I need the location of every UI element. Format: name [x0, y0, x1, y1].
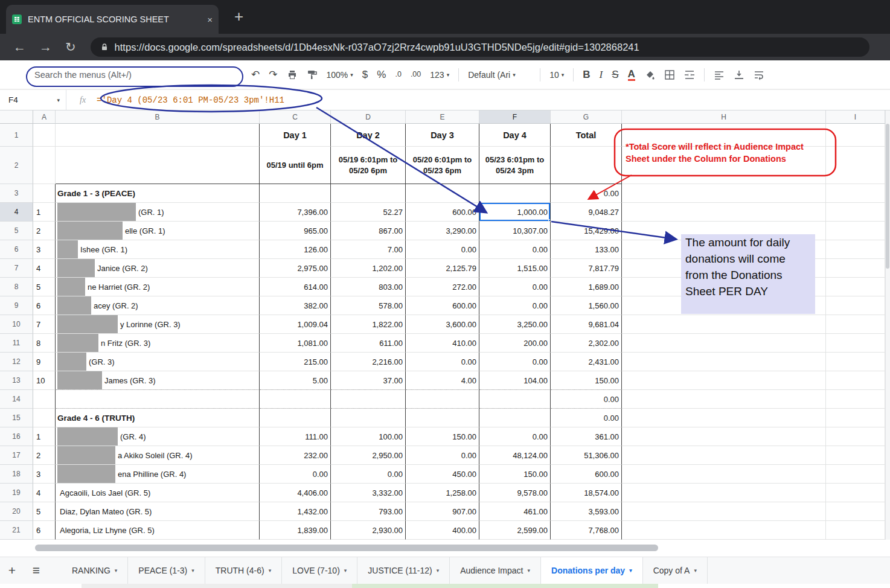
cell-F17[interactable]: 48,124.00: [479, 446, 551, 465]
cell-F8[interactable]: 0.00: [479, 278, 551, 296]
cell-I15[interactable]: [826, 409, 885, 427]
cell-I14[interactable]: [826, 390, 885, 409]
cell-G17[interactable]: 51,306.00: [551, 446, 622, 465]
cell-I4[interactable]: [826, 203, 885, 222]
sheet-tab-copy-of-a[interactable]: Copy of A▾: [643, 557, 708, 584]
cell-F14[interactable]: [479, 390, 551, 409]
fill-handle[interactable]: [548, 219, 551, 222]
cell-F9[interactable]: 0.00: [479, 296, 551, 315]
cell-H11[interactable]: [622, 334, 826, 353]
cell-C14[interactable]: [260, 390, 331, 409]
cell-F5[interactable]: 10,307.00: [479, 222, 551, 240]
row-header-10[interactable]: 10: [0, 315, 33, 334]
redo-icon[interactable]: ↷: [269, 69, 277, 80]
cell-C19[interactable]: 4,406.00: [260, 484, 331, 502]
cell-C13[interactable]: 5.00: [260, 371, 331, 390]
row-header-15[interactable]: 15: [0, 409, 33, 427]
cell-F12[interactable]: 0.00: [479, 353, 551, 371]
cell-A20[interactable]: 5: [33, 502, 56, 521]
all-sheets-icon[interactable]: ≡: [24, 557, 48, 584]
cell-H10[interactable]: [622, 315, 826, 334]
cell-A4[interactable]: 1: [33, 203, 56, 222]
cell-B13[interactable]: James (GR. 3): [56, 371, 260, 390]
cell-I8[interactable]: [826, 278, 885, 296]
cell-F20[interactable]: 461.00: [479, 502, 551, 521]
sheet-tab-justice-11-12[interactable]: JUSTICE (11-12)▾: [357, 557, 450, 584]
column-header-E[interactable]: E: [406, 110, 479, 124]
cell-C6[interactable]: 126.00: [260, 240, 331, 259]
cell-B16[interactable]: (GR. 4): [56, 427, 260, 446]
horizontal-align-icon[interactable]: [714, 69, 725, 80]
cell-E19[interactable]: 1,258.00: [406, 484, 479, 502]
column-header-B[interactable]: B: [56, 110, 260, 124]
cell-I13[interactable]: [826, 371, 885, 390]
row-header-16[interactable]: 16: [0, 427, 33, 446]
sheet-tab-audience-impact[interactable]: Audience Impact▾: [450, 557, 541, 584]
cell-G18[interactable]: 600.00: [551, 465, 622, 484]
cell-E13[interactable]: 4.00: [406, 371, 479, 390]
cell-B19[interactable]: Agcaoili, Lois Jael (GR. 5): [56, 484, 260, 502]
cell-F4[interactable]: 1,000.00: [479, 203, 551, 222]
cell-F2[interactable]: 05/23 6:01pm to 05/24 3pm: [479, 147, 551, 184]
cell-B15[interactable]: Grade 4 - 6 (TRUTH): [56, 409, 260, 427]
vertical-align-icon[interactable]: [734, 69, 744, 80]
sheet-tab-donations-per-day[interactable]: Donations per day▾: [541, 557, 643, 584]
cell-B9[interactable]: acey (GR. 2): [56, 296, 260, 315]
cell-A8[interactable]: 5: [33, 278, 56, 296]
cell-I11[interactable]: [826, 334, 885, 353]
cell-E11[interactable]: 410.00: [406, 334, 479, 353]
cell-I21[interactable]: [826, 521, 885, 540]
paint-format-icon[interactable]: [307, 69, 318, 80]
row-header-4[interactable]: 4: [0, 203, 33, 222]
column-header-F[interactable]: F: [479, 110, 551, 124]
cell-D15[interactable]: [331, 409, 406, 427]
cell-E2[interactable]: 05/20 6:01pm to 05/23 6pm: [406, 147, 479, 184]
chevron-down-icon[interactable]: ▾: [344, 567, 347, 574]
cell-B7[interactable]: Janice (GR. 2): [56, 259, 260, 278]
cell-G9[interactable]: 1,560.00: [551, 296, 622, 315]
cell-E3[interactable]: [406, 184, 479, 203]
cell-C9[interactable]: 382.00: [260, 296, 331, 315]
cell-I9[interactable]: [826, 296, 885, 315]
strikethrough-button[interactable]: S: [612, 69, 618, 80]
cell-I3[interactable]: [826, 184, 885, 203]
cell-B18[interactable]: ena Philline (GR. 4): [56, 465, 260, 484]
cell-F16[interactable]: 0.00: [479, 427, 551, 446]
cell-D19[interactable]: 3,332.00: [331, 484, 406, 502]
formula-input[interactable]: ='Day 4 (05/23 6:01 PM-05/23 3pm'!H11: [97, 95, 284, 105]
row-header-3[interactable]: 3: [0, 184, 33, 203]
cell-B11[interactable]: n Fritz (GR. 3): [56, 334, 260, 353]
cell-A6[interactable]: 3: [33, 240, 56, 259]
cell-A11[interactable]: 8: [33, 334, 56, 353]
column-header-D[interactable]: D: [331, 110, 406, 124]
cell-I7[interactable]: [826, 259, 885, 278]
percent-format-button[interactable]: %: [377, 69, 386, 80]
cell-I20[interactable]: [826, 502, 885, 521]
cell-F15[interactable]: [479, 409, 551, 427]
cell-B6[interactable]: Ishee (GR. 1): [56, 240, 260, 259]
row-header-9[interactable]: 9: [0, 296, 33, 315]
row-header-18[interactable]: 18: [0, 465, 33, 484]
row-header-7[interactable]: 7: [0, 259, 33, 278]
cell-D6[interactable]: 7.00: [331, 240, 406, 259]
new-tab-button[interactable]: +: [234, 8, 243, 24]
add-sheet-button[interactable]: +: [0, 557, 24, 584]
cell-D10[interactable]: 1,822.00: [331, 315, 406, 334]
cell-B14[interactable]: [56, 390, 260, 409]
cell-E16[interactable]: 150.00: [406, 427, 479, 446]
cell-F1[interactable]: Day 4: [479, 124, 551, 147]
cell-C16[interactable]: 111.00: [260, 427, 331, 446]
row-header-5[interactable]: 5: [0, 222, 33, 240]
cell-E5[interactable]: 3,290.00: [406, 222, 479, 240]
cell-D17[interactable]: 2,950.00: [331, 446, 406, 465]
font-size-select[interactable]: 10▾: [549, 70, 564, 80]
cell-E14[interactable]: [406, 390, 479, 409]
cell-B10[interactable]: y Lorinne (GR. 3): [56, 315, 260, 334]
cell-A17[interactable]: 2: [33, 446, 56, 465]
cell-F6[interactable]: 0.00: [479, 240, 551, 259]
cell-D5[interactable]: 867.00: [331, 222, 406, 240]
cell-G7[interactable]: 7,817.79: [551, 259, 622, 278]
cell-B21[interactable]: Alegoria, Liz Lhyne (GR. 5): [56, 521, 260, 540]
cell-D21[interactable]: 2,930.00: [331, 521, 406, 540]
cell-C7[interactable]: 2,975.00: [260, 259, 331, 278]
